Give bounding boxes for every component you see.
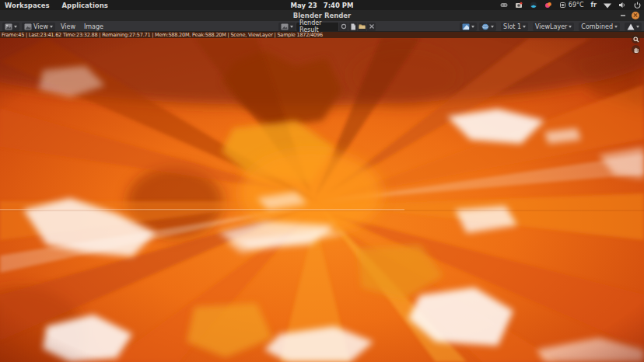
view-mode-icon: [24, 23, 32, 30]
image-editor-header: View View Image Render Result: [0, 21, 644, 32]
overlay-dropdown[interactable]: [479, 23, 496, 31]
image-menu[interactable]: Image: [81, 23, 107, 31]
zoom-gizmo-button[interactable]: [632, 35, 640, 44]
screen: Workspaces Applications May 23 7:40 PM 6…: [0, 0, 644, 362]
image-icon: [281, 23, 289, 30]
chevron-down-icon: [471, 26, 474, 28]
viewlayer-select[interactable]: ViewLayer: [533, 23, 574, 31]
display-channels-dropdown[interactable]: [625, 23, 642, 31]
mode-label: View: [33, 23, 48, 31]
mode-dropdown[interactable]: View: [22, 23, 55, 31]
unlink-x-icon: [369, 23, 375, 30]
tray-app-icon-1[interactable]: [500, 2, 508, 9]
new-image-button[interactable]: [348, 23, 357, 31]
power-icon[interactable]: [633, 2, 641, 9]
tray-app-icon-4[interactable]: [544, 2, 552, 9]
open-image-button[interactable]: [358, 23, 366, 31]
folder-icon: [359, 23, 366, 30]
window-controls: [621, 10, 639, 21]
wifi-icon[interactable]: [604, 2, 611, 9]
slot-select[interactable]: Slot 1: [501, 23, 528, 31]
hand-icon: [633, 47, 639, 53]
pan-gizmo-button[interactable]: [632, 45, 640, 54]
viewport-gizmos: [632, 35, 640, 54]
channels-icon: [627, 23, 635, 30]
window-title: Blender Render: [293, 12, 352, 19]
gizmo-icon: [462, 23, 470, 30]
header-center-group: Render Result: [278, 21, 376, 32]
chevron-down-icon: [290, 26, 293, 28]
image-name-field[interactable]: Render Result: [296, 23, 338, 31]
header-left-group: View View Image: [2, 21, 107, 32]
applications-menu[interactable]: Applications: [62, 2, 108, 9]
new-image-icon: [350, 23, 356, 30]
chevron-down-icon: [50, 26, 53, 28]
keyboard-layout-indicator[interactable]: fr: [591, 2, 597, 9]
pin-icon: [341, 23, 347, 30]
image-editor-icon: [5, 23, 12, 30]
viewlayer-label: ViewLayer: [535, 23, 567, 31]
chevron-down-icon: [636, 26, 639, 28]
magnifier-icon: [633, 37, 639, 43]
render-artwork: [0, 38, 644, 362]
system-tray: 69°C fr: [500, 0, 641, 10]
minimize-button[interactable]: [621, 15, 625, 16]
close-button[interactable]: [632, 12, 639, 19]
sphere-icon: [481, 23, 489, 30]
view-menu[interactable]: View: [58, 23, 79, 31]
cpu-temp-value: 69°C: [569, 2, 584, 9]
chevron-down-icon: [523, 26, 526, 28]
header-right-group: Slot 1 ViewLayer Combined: [460, 21, 642, 32]
gizmo-dropdown[interactable]: [460, 23, 477, 31]
clock-time: 7:40 PM: [324, 2, 354, 9]
browse-image-dropdown[interactable]: [278, 23, 296, 31]
editor-type-button[interactable]: [2, 23, 19, 31]
cpu-chip-icon: [559, 2, 566, 9]
pin-button[interactable]: [339, 23, 348, 31]
chevron-down-icon: [14, 26, 17, 28]
workspaces-menu[interactable]: Workspaces: [5, 2, 50, 9]
tray-app-icon-3[interactable]: [530, 2, 537, 9]
volume-icon[interactable]: [618, 2, 626, 9]
unlink-image-button[interactable]: [367, 23, 376, 31]
chevron-down-icon: [491, 26, 494, 28]
cpu-temperature[interactable]: 69°C: [559, 2, 584, 9]
render-pass-select[interactable]: Combined: [579, 23, 620, 31]
clock-date: May 23: [290, 2, 317, 9]
tray-app-icon-2[interactable]: [515, 2, 523, 9]
slot-label: Slot 1: [503, 23, 521, 31]
chevron-down-icon: [569, 26, 572, 28]
render-image: [0, 38, 644, 362]
pass-label: Combined: [581, 23, 613, 31]
clock[interactable]: May 23 7:40 PM: [290, 2, 353, 9]
render-status-text: Frame:45 | Last:23:41.62 Time:23:32.88 |…: [2, 32, 323, 38]
system-bar: Workspaces Applications May 23 7:40 PM 6…: [0, 0, 644, 10]
chevron-down-icon: [614, 26, 618, 28]
